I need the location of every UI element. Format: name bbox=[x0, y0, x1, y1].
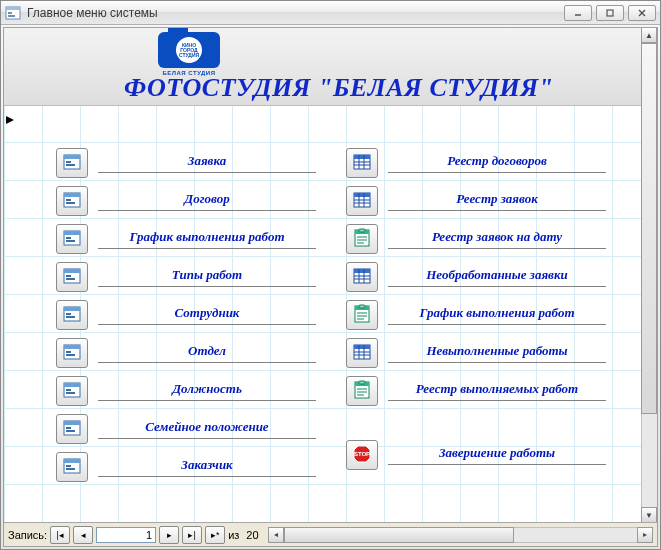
right-button-1[interactable] bbox=[346, 186, 378, 216]
right-button-0[interactable] bbox=[346, 148, 378, 178]
minimize-button[interactable] bbox=[564, 5, 592, 21]
camera-icon: КИНО ГОРОД СТУДИЯ bbox=[158, 32, 220, 68]
left-label: Типы работ bbox=[98, 267, 316, 287]
table-icon bbox=[352, 342, 372, 364]
record-selector-icon[interactable] bbox=[4, 114, 16, 126]
svg-rect-36 bbox=[66, 392, 75, 394]
record-number-input[interactable] bbox=[96, 527, 156, 543]
svg-rect-20 bbox=[66, 240, 75, 242]
left-button-1[interactable] bbox=[56, 186, 88, 216]
svg-marker-8 bbox=[6, 116, 14, 124]
left-label: Отдел bbox=[98, 343, 316, 363]
svg-rect-28 bbox=[66, 316, 75, 318]
svg-rect-2 bbox=[8, 12, 12, 14]
svg-rect-59 bbox=[359, 229, 365, 232]
left-label: Семейное положение bbox=[98, 419, 316, 439]
record-of-label: из bbox=[228, 529, 239, 541]
new-record-button[interactable]: ▸* bbox=[205, 526, 225, 544]
form-icon bbox=[62, 228, 82, 250]
left-row: Отдел bbox=[56, 336, 316, 370]
right-row: STOPЗавершение работы bbox=[346, 438, 606, 472]
svg-rect-15 bbox=[66, 199, 71, 201]
logo-lens-text: КИНО ГОРОД СТУДИЯ bbox=[176, 37, 202, 63]
svg-rect-27 bbox=[66, 313, 71, 315]
svg-rect-22 bbox=[64, 269, 80, 273]
left-button-3[interactable] bbox=[56, 262, 88, 292]
report-icon bbox=[352, 380, 372, 402]
record-total: 20 bbox=[246, 529, 258, 541]
left-row: Заказчик bbox=[56, 450, 316, 484]
close-button[interactable] bbox=[628, 5, 656, 21]
svg-rect-10 bbox=[64, 155, 80, 159]
app-window: Главное меню системы КИНО ГОРОД СТУДИЯ Б… bbox=[0, 0, 661, 550]
left-button-7[interactable] bbox=[56, 414, 88, 444]
right-label: Необработанные заявки bbox=[388, 267, 606, 287]
left-row: График выполнения работ bbox=[56, 222, 316, 256]
right-row: Реестр заявок на дату bbox=[346, 222, 606, 256]
svg-rect-46 bbox=[354, 155, 370, 159]
form-icon bbox=[62, 266, 82, 288]
svg-rect-11 bbox=[66, 161, 71, 163]
first-record-button[interactable]: |◂ bbox=[50, 526, 70, 544]
left-button-4[interactable] bbox=[56, 300, 88, 330]
hscroll-thumb[interactable] bbox=[284, 527, 514, 543]
record-navigator: Запись: |◂ ◂ ▸ ▸| ▸* из 20 ◂ ▸ bbox=[4, 522, 657, 546]
right-button-6[interactable] bbox=[346, 376, 378, 406]
left-label: Договор bbox=[98, 191, 316, 211]
svg-rect-16 bbox=[66, 202, 75, 204]
svg-rect-71 bbox=[359, 305, 365, 308]
maximize-button[interactable] bbox=[596, 5, 624, 21]
report-icon bbox=[352, 304, 372, 326]
window-title: Главное меню системы bbox=[27, 6, 158, 20]
right-button-2[interactable] bbox=[346, 224, 378, 254]
form-icon bbox=[62, 304, 82, 326]
scroll-left-button[interactable]: ◂ bbox=[268, 527, 284, 543]
table-icon bbox=[352, 152, 372, 174]
svg-rect-32 bbox=[66, 354, 75, 356]
right-button-5[interactable] bbox=[346, 338, 378, 368]
scroll-down-button[interactable]: ▼ bbox=[641, 507, 657, 522]
left-button-2[interactable] bbox=[56, 224, 88, 254]
svg-rect-19 bbox=[66, 237, 71, 239]
svg-rect-40 bbox=[66, 430, 75, 432]
right-button-4[interactable] bbox=[346, 300, 378, 330]
right-row: Невыполненные работы bbox=[346, 336, 606, 370]
left-button-5[interactable] bbox=[56, 338, 88, 368]
left-row: Заявка bbox=[56, 146, 316, 180]
left-label: Заявка bbox=[98, 153, 316, 173]
left-button-0[interactable] bbox=[56, 148, 88, 178]
right-button-7[interactable]: STOP bbox=[346, 440, 378, 470]
scroll-up-button[interactable]: ▲ bbox=[641, 28, 657, 43]
left-row: Типы работ bbox=[56, 260, 316, 294]
header-band: КИНО ГОРОД СТУДИЯ БЕЛАЯ СТУДИЯ ФОТОСТУДИ… bbox=[4, 28, 657, 106]
svg-rect-43 bbox=[66, 465, 71, 467]
svg-rect-35 bbox=[66, 389, 71, 391]
vscroll-thumb[interactable] bbox=[641, 43, 657, 414]
svg-rect-42 bbox=[64, 459, 80, 463]
right-button-3[interactable] bbox=[346, 262, 378, 292]
svg-rect-3 bbox=[8, 15, 15, 17]
svg-rect-1 bbox=[6, 7, 20, 10]
report-icon bbox=[352, 228, 372, 250]
right-label: Реестр заявок bbox=[388, 191, 606, 211]
left-button-8[interactable] bbox=[56, 452, 88, 482]
svg-rect-76 bbox=[354, 345, 370, 349]
left-button-6[interactable] bbox=[56, 376, 88, 406]
prev-record-button[interactable]: ◂ bbox=[73, 526, 93, 544]
svg-rect-26 bbox=[64, 307, 80, 311]
next-record-button[interactable]: ▸ bbox=[159, 526, 179, 544]
scroll-right-button[interactable]: ▸ bbox=[637, 527, 653, 543]
table-icon bbox=[352, 266, 372, 288]
right-label: Реестр заявок на дату bbox=[388, 229, 606, 249]
svg-rect-83 bbox=[359, 381, 365, 384]
form-icon bbox=[62, 380, 82, 402]
last-record-button[interactable]: ▸| bbox=[182, 526, 202, 544]
form-icon bbox=[62, 190, 82, 212]
right-row: Необработанные заявки bbox=[346, 260, 606, 294]
menu-area: ЗаявкаДоговорГрафик выполнения работТипы… bbox=[16, 106, 657, 508]
vertical-scrollbar[interactable]: ▲ ▼ bbox=[641, 28, 657, 522]
form-icon bbox=[62, 152, 82, 174]
svg-rect-18 bbox=[64, 231, 80, 235]
horizontal-scrollbar[interactable]: ◂ ▸ bbox=[268, 527, 653, 543]
right-row: Реестр договоров bbox=[346, 146, 606, 180]
